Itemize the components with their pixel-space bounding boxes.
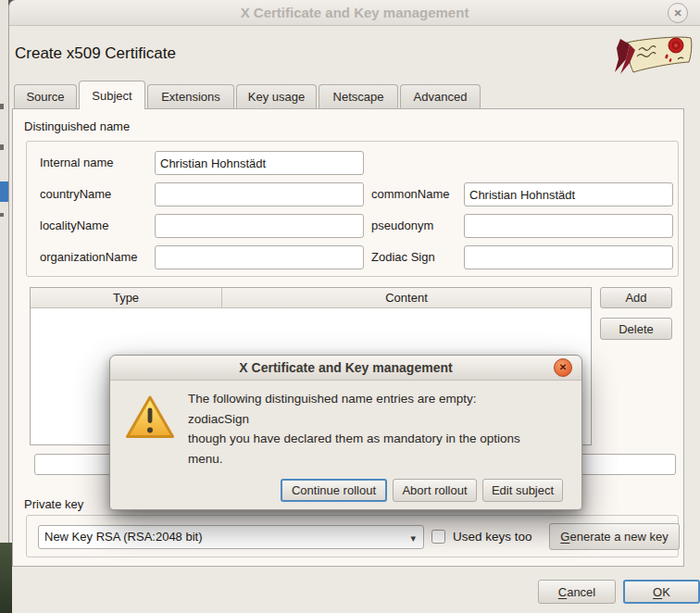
- abort-rollout-button[interactable]: Abort rollout: [393, 479, 477, 502]
- tab-key-usage[interactable]: Key usage: [236, 84, 317, 108]
- tab-source[interactable]: Source: [14, 84, 77, 108]
- tab-subject[interactable]: Subject: [79, 81, 145, 109]
- pseudonym-field[interactable]: [464, 214, 673, 238]
- background-selection-highlight: [0, 181, 8, 202]
- page-title: Create x509 Certificate: [15, 44, 176, 63]
- dialog-title: X Certificate and Key management: [110, 356, 581, 380]
- continue-rollout-button[interactable]: Continue rollout: [281, 479, 387, 502]
- chevron-down-icon: ▾: [410, 527, 416, 549]
- organization-name-label: organizationName: [40, 245, 138, 269]
- background-text-mark: [0, 213, 4, 217]
- column-header-content[interactable]: Content: [222, 288, 591, 307]
- delete-button[interactable]: Delete: [600, 318, 672, 340]
- tab-advanced[interactable]: Advanced: [400, 84, 481, 108]
- used-keys-label[interactable]: Used keys too: [453, 516, 532, 558]
- common-name-label: commonName: [371, 182, 450, 206]
- dialog-message: The following distinguished name entries…: [188, 389, 571, 469]
- common-name-field[interactable]: [464, 182, 673, 206]
- private-key-select[interactable]: New Key RSA (RSA:2048 bit) ▾: [38, 525, 424, 549]
- main-window-title: X Certificate and Key management: [9, 0, 700, 25]
- dialog-close-button[interactable]: ✕: [554, 358, 572, 377]
- organization-name-field[interactable]: [155, 245, 364, 269]
- warning-dialog: X Certificate and Key management ✕ The f…: [109, 355, 582, 510]
- distinguished-name-frame: Internal name countryName commonName loc…: [26, 141, 679, 277]
- table-header-row: Type Content: [31, 288, 591, 308]
- close-icon: ✕: [673, 7, 681, 19]
- distinguished-name-label: Distinguished name: [24, 119, 130, 133]
- generate-key-button[interactable]: Generate a new key: [549, 523, 680, 550]
- edit-subject-button[interactable]: Edit subject: [482, 479, 563, 502]
- locality-name-field[interactable]: [155, 214, 364, 238]
- main-titlebar[interactable]: X Certificate and Key management ✕: [9, 0, 700, 26]
- zodiac-sign-field[interactable]: [464, 245, 673, 269]
- xca-create-certificate-window: X Certificate and Key management ✕ Creat…: [8, 0, 700, 613]
- country-name-label: countryName: [40, 182, 111, 206]
- zodiac-sign-label: Zodiac Sign: [371, 245, 435, 269]
- screen: X Certificate and Key management ✕ Creat…: [0, 0, 700, 613]
- internal-name-field[interactable]: [155, 151, 364, 175]
- add-button[interactable]: Add: [600, 287, 672, 308]
- close-icon: ✕: [559, 362, 567, 372]
- tab-extensions[interactable]: Extensions: [147, 84, 234, 108]
- ok-button[interactable]: OK: [623, 580, 700, 604]
- country-name-field[interactable]: [155, 182, 364, 206]
- cancel-button[interactable]: Cancel: [538, 580, 616, 604]
- pseudonym-label: pseudonym: [371, 214, 433, 238]
- background-text-mark: [0, 104, 4, 109]
- xca-scroll-logo: [607, 31, 694, 80]
- desktop-background: [0, 543, 12, 613]
- background-window-sliver: [0, 0, 8, 544]
- locality-name-label: localityName: [40, 214, 108, 238]
- background-text-mark: [0, 144, 4, 150]
- main-close-button[interactable]: ✕: [668, 3, 688, 23]
- private-key-selected-value: New Key RSA (RSA:2048 bit): [44, 530, 203, 544]
- private-key-frame: New Key RSA (RSA:2048 bit) ▾ Used keys t…: [26, 515, 679, 557]
- warning-icon: [125, 394, 175, 444]
- internal-name-label: Internal name: [40, 151, 114, 175]
- tab-netscape[interactable]: Netscape: [319, 84, 398, 108]
- dialog-titlebar[interactable]: X Certificate and Key management ✕: [110, 356, 581, 381]
- private-key-label: Private key: [24, 497, 83, 511]
- used-keys-checkbox[interactable]: [431, 530, 445, 544]
- column-header-type[interactable]: Type: [31, 288, 222, 307]
